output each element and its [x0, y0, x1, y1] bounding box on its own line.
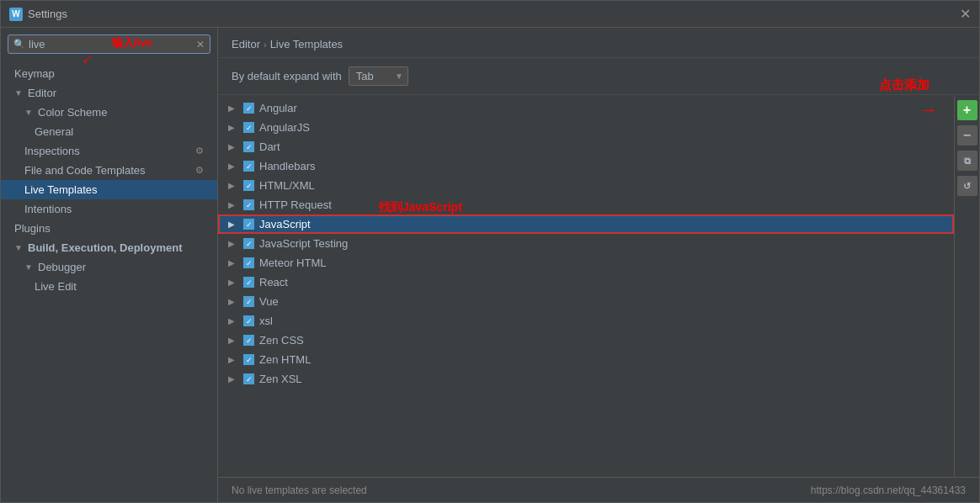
group-arrow-html-xml: ▶	[228, 181, 238, 190]
group-arrow-dart: ▶	[228, 142, 238, 151]
group-label-angular: Angular	[259, 102, 297, 114]
sidebar-item-color-scheme[interactable]: ▼ Color Scheme	[1, 103, 217, 122]
expand-arrow-color-scheme: ▼	[24, 108, 33, 117]
template-group-javascript-testing[interactable]: ▶ ✓ JavaScript Testing	[218, 234, 954, 253]
checkbox-handlebars[interactable]: ✓	[243, 161, 254, 172]
template-group-zen-css[interactable]: ▶ ✓ Zen CSS	[218, 331, 954, 350]
sidebar-item-file-code-templates[interactable]: File and Code Templates ⚙	[1, 161, 217, 180]
sidebar-item-live-templates[interactable]: Live Templates	[1, 180, 217, 199]
sidebar-item-build-execution[interactable]: ▼ Build, Execution, Deployment	[1, 238, 217, 257]
main-content: 🔍 ✕ Keymap ▼ Editor ▼	[1, 28, 979, 502]
template-group-zen-html[interactable]: ▶ ✓ Zen HTML	[218, 350, 954, 369]
template-group-http-request[interactable]: ▶ ✓ HTTP Request	[218, 195, 954, 214]
checkbox-angular[interactable]: ✓	[243, 103, 254, 114]
checkbox-angularjs[interactable]: ✓	[243, 122, 254, 133]
group-arrow-zen-xsl: ▶	[228, 374, 238, 384]
group-arrow-zen-css: ▶	[228, 336, 238, 345]
group-arrow-angularjs: ▶	[228, 123, 238, 132]
template-group-meteor-html[interactable]: ▶ ✓ Meteor HTML	[218, 253, 954, 273]
group-label-zen-xsl: Zen XSL	[259, 373, 302, 385]
checkbox-zen-css[interactable]: ✓	[243, 335, 254, 346]
group-arrow-http-request: ▶	[228, 200, 238, 209]
checkbox-react[interactable]: ✓	[243, 277, 254, 288]
template-group-vue[interactable]: ▶ ✓ Vue	[218, 292, 954, 311]
group-label-react: React	[259, 276, 288, 289]
status-bar: No live templates are selected https://b…	[218, 477, 979, 502]
expand-select[interactable]: Tab Enter Space	[349, 66, 408, 86]
breadcrumb-current: Live Templates	[270, 38, 343, 50]
breadcrumb-parent: Editor	[232, 38, 260, 50]
sidebar-item-editor[interactable]: ▼ Editor	[1, 83, 217, 103]
group-arrow-zen-html: ▶	[228, 355, 238, 364]
main-panel: Editor › Live Templates By default expan…	[218, 28, 979, 502]
app-icon: W	[9, 8, 23, 21]
group-arrow-react: ▶	[228, 278, 238, 287]
group-label-javascript-testing: JavaScript Testing	[259, 237, 348, 250]
add-template-button[interactable]: +	[957, 100, 977, 120]
toolbar: By default expand with Tab Enter Space ▼	[218, 58, 979, 95]
group-arrow-javascript: ▶	[228, 220, 238, 229]
template-group-react[interactable]: ▶ ✓ React	[218, 273, 954, 292]
group-arrow-javascript-testing: ▶	[228, 239, 238, 248]
checkbox-xsl[interactable]: ✓	[243, 315, 254, 326]
checkbox-javascript-testing[interactable]: ✓	[243, 238, 254, 249]
expand-select-wrapper[interactable]: Tab Enter Space ▼	[349, 66, 408, 86]
group-label-meteor-html: Meteor HTML	[259, 257, 326, 269]
group-label-xsl: xsl	[259, 315, 273, 327]
checkbox-javascript[interactable]: ✓	[243, 219, 254, 230]
expand-arrow-build: ▼	[14, 243, 23, 252]
blog-link: https://blog.csdn.net/qq_44361433	[811, 484, 966, 496]
sidebar-item-plugins[interactable]: Plugins	[1, 219, 217, 238]
template-group-javascript[interactable]: ▶ ✓ JavaScript	[218, 214, 954, 234]
checkbox-html-xml[interactable]: ✓	[243, 180, 254, 191]
search-icon: 🔍	[13, 39, 25, 50]
copy-template-button[interactable]: ⧉	[957, 151, 977, 171]
sidebar-item-general[interactable]: General	[1, 122, 217, 141]
checkbox-http-request[interactable]: ✓	[243, 199, 254, 210]
group-arrow-vue: ▶	[228, 297, 238, 306]
window-controls: ✕	[959, 8, 971, 20]
sidebar-item-live-edit[interactable]: Live Edit	[1, 277, 217, 296]
sidebar-item-intentions[interactable]: Intentions	[1, 199, 217, 219]
sidebar-tree: Keymap ▼ Editor ▼ Color Scheme General	[1, 61, 217, 299]
file-templates-icon: ⚙	[195, 165, 204, 176]
template-group-angularjs[interactable]: ▶ ✓ AngularJS	[218, 118, 954, 137]
search-input[interactable]	[29, 38, 193, 50]
expand-arrow-debugger: ▼	[24, 262, 33, 272]
settings-window: W Settings ✕ 🔍 ✕ Keymap	[0, 0, 980, 503]
breadcrumb-separator: ›	[264, 40, 267, 50]
expand-arrow-editor: ▼	[14, 88, 23, 98]
checkbox-vue[interactable]: ✓	[243, 296, 254, 307]
group-arrow-handlebars: ▶	[228, 161, 238, 171]
group-label-http-request: HTTP Request	[259, 199, 332, 211]
template-group-html-xml[interactable]: ▶ ✓ HTML/XML	[218, 176, 954, 195]
template-group-angular[interactable]: ▶ ✓ Angular	[218, 98, 954, 118]
remove-template-button[interactable]: −	[957, 125, 977, 146]
sidebar: 🔍 ✕ Keymap ▼ Editor ▼	[1, 28, 218, 502]
checkbox-meteor-html[interactable]: ✓	[243, 257, 254, 268]
group-arrow-angular: ▶	[228, 103, 238, 113]
search-clear-icon[interactable]: ✕	[196, 39, 205, 50]
group-label-zen-html: Zen HTML	[259, 353, 311, 366]
checkbox-zen-html[interactable]: ✓	[243, 354, 254, 365]
sidebar-item-debugger[interactable]: ▼ Debugger	[1, 257, 217, 277]
template-group-handlebars[interactable]: ▶ ✓ Handlebars	[218, 156, 954, 176]
group-label-vue: Vue	[259, 295, 279, 308]
checkbox-dart[interactable]: ✓	[243, 141, 254, 152]
sidebar-item-keymap[interactable]: Keymap	[1, 64, 217, 83]
group-label-zen-css: Zen CSS	[259, 334, 304, 347]
sidebar-item-inspections[interactable]: Inspections ⚙	[1, 141, 217, 161]
template-group-dart[interactable]: ▶ ✓ Dart	[218, 137, 954, 156]
group-arrow-xsl: ▶	[228, 316, 238, 326]
search-box[interactable]: 🔍 ✕	[8, 34, 210, 54]
expand-with-label: By default expand with	[232, 70, 342, 82]
undo-button[interactable]: ↺	[957, 176, 977, 196]
status-message: No live templates are selected	[232, 484, 367, 496]
template-group-xsl[interactable]: ▶ ✓ xsl	[218, 311, 954, 331]
template-group-zen-xsl[interactable]: ▶ ✓ Zen XSL	[218, 369, 954, 389]
inspections-icon: ⚙	[195, 146, 204, 156]
close-button[interactable]: ✕	[959, 8, 971, 20]
action-panel: + − ⧉ ↺	[954, 95, 979, 477]
group-label-handlebars: Handlebars	[259, 160, 316, 172]
checkbox-zen-xsl[interactable]: ✓	[243, 373, 254, 384]
